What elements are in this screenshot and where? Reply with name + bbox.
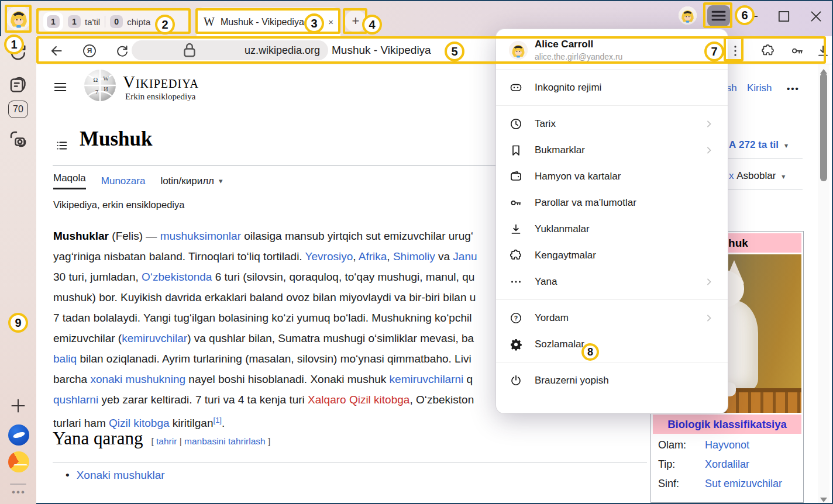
yandex-mail-button[interactable]	[8, 451, 29, 472]
wikipedia-favicon: W	[204, 15, 215, 29]
browser-menu-button[interactable]	[707, 5, 730, 26]
docs-icon	[8, 75, 29, 96]
menu-item-label: Inkognito rejimi	[535, 82, 715, 94]
notes-button[interactable]	[8, 75, 29, 96]
tab-article[interactable]: Maqola	[53, 172, 86, 189]
scrollbar-thumb[interactable]	[820, 73, 827, 181]
article-link[interactable]: kemiruvchilarni	[390, 373, 464, 385]
reload-button[interactable]	[115, 43, 130, 58]
extensions-button[interactable]	[760, 43, 776, 58]
weather-widget[interactable]: 70	[8, 101, 28, 118]
language-button[interactable]: A 272 ta til▾	[729, 139, 788, 151]
menu-item-yuklanmalar[interactable]: Yuklanmalar	[496, 216, 728, 242]
article-link[interactable]: Yevrosiyo	[305, 250, 353, 263]
article-link[interactable]: manbasini tahrirlash	[184, 436, 266, 446]
callout-3: 3	[304, 13, 324, 33]
download-icon	[815, 43, 831, 58]
menu-item-brauzerni-yopish[interactable]: Brauzerni yopish	[496, 367, 728, 393]
menu-item-sozlamalar[interactable]: Sozlamalar	[496, 331, 728, 357]
article-link[interactable]: baliq	[53, 353, 77, 365]
address-bar[interactable]: uz.wikipedia.org	[132, 40, 328, 60]
toc-icon[interactable]	[55, 139, 69, 152]
menu-item-tarix[interactable]: Tarix	[496, 111, 728, 137]
article-link[interactable]: kemiruvchilar	[122, 332, 187, 344]
passwords-button[interactable]	[790, 43, 805, 58]
tab-group-label: ta'til	[85, 17, 100, 27]
login-link[interactable]: Kirish	[747, 82, 772, 94]
section-rule	[53, 462, 647, 462]
kebab-icon	[728, 43, 743, 58]
paragraph-line: turlari ham Qizil kitobga kiritilgan[1].	[53, 410, 477, 430]
browser-window: 1 1ta'til0chipta ▾ W Mushuk - Vikipediya…	[0, 0, 833, 504]
svg-text:И: И	[104, 86, 108, 92]
yandex-search-button[interactable]: Я	[82, 43, 97, 58]
profile-avatar[interactable]	[6, 6, 31, 30]
callout-6: 6	[735, 5, 755, 25]
lock-icon	[140, 40, 239, 60]
callout-8: 8	[581, 343, 599, 361]
account-row[interactable]: Alice Carroll alice.the.girl@yandex.ru	[496, 29, 728, 69]
menu-item-label: Tarix	[535, 118, 691, 130]
paragraph-line: qushlarni yeb zarar keltiradi. 7 turi va…	[53, 389, 477, 410]
toolbar-more-button[interactable]	[728, 43, 743, 58]
scrollbar[interactable]	[818, 64, 829, 503]
close-button[interactable]	[807, 8, 825, 25]
sidebar-more-button[interactable]: •••	[12, 486, 26, 498]
article-link[interactable]: mushuksimonlar	[160, 230, 241, 242]
wikipedia-wordmark[interactable]: Vikipediya	[123, 73, 199, 92]
tab-count-badge: 0	[110, 15, 123, 28]
menu-item-hamyon-va-kartalar[interactable]: Hamyon va kartalar	[496, 163, 728, 189]
menu-item-bukmarklar[interactable]: Bukmarklar	[496, 137, 728, 163]
tab-group-selected[interactable]: 1	[43, 12, 63, 31]
scroll-down-icon[interactable]	[820, 495, 828, 500]
tab-close-icon[interactable]: ×	[328, 17, 333, 27]
tab-group[interactable]: 0chipta	[110, 15, 150, 28]
menu-item-inkognito-rejimi[interactable]: Inkognito rejimi	[496, 74, 728, 101]
maximize-button[interactable]	[775, 8, 793, 25]
downloads-button[interactable]	[815, 43, 831, 58]
infobox-value-link[interactable]: Sut emizuvchilar	[705, 478, 782, 490]
article-link[interactable]: Xalqaro Qizil kitobga	[308, 393, 409, 406]
article-link[interactable]: tahrir	[156, 436, 177, 446]
menu-item-yordam[interactable]: ?Yordam	[496, 305, 728, 331]
add-panel-button[interactable]	[8, 395, 29, 416]
callout-7: 7	[704, 42, 724, 61]
alice-avatar-icon	[6, 6, 31, 30]
article-link[interactable]: qushlarni	[53, 393, 98, 406]
titlebar-avatar[interactable]	[679, 6, 697, 25]
article-link[interactable]: xonaki mushukning	[90, 373, 185, 385]
tab-variant[interactable]: lotin/кирилл	[160, 175, 214, 187]
infobox-value-link[interactable]: Xordalilar	[705, 458, 749, 471]
wiki-menu-button[interactable]	[53, 80, 68, 95]
wikipedia-globe-icon: ΩWИ7	[83, 68, 117, 103]
yandex-start-button[interactable]	[8, 424, 29, 446]
article-link[interactable]: Janu	[453, 250, 477, 263]
infobox-value-link[interactable]: Hayvonot	[705, 439, 749, 451]
yandex-icon: Я	[82, 43, 97, 58]
menu-item-parollar-va-ma-lumotlar[interactable]: Parollar va ma’lumotlar	[496, 189, 728, 216]
screenshot-button[interactable]	[8, 129, 29, 150]
help-icon: ?	[509, 311, 523, 325]
article-link[interactable]: Shimoliy	[393, 250, 435, 263]
tab-talk[interactable]: Munozara	[101, 175, 146, 187]
top-more-button[interactable]: •••	[787, 84, 800, 94]
tab-group[interactable]: 1ta'til	[68, 15, 100, 28]
tools-button[interactable]: x Asboblar▾	[729, 170, 785, 182]
edit-links[interactable]: [ tahrir | manbasini tahrirlash ]	[151, 436, 270, 446]
callout-1: 1	[4, 34, 24, 54]
infobox-label: Olam:	[658, 439, 705, 451]
wallet-icon	[509, 170, 523, 184]
wikipedia-logo[interactable]: ΩWИ7	[83, 68, 117, 103]
chevron-down-icon[interactable]: ▾	[219, 177, 223, 185]
see-also-item[interactable]: •Xonaki mushuklar	[66, 469, 165, 482]
scroll-up-icon[interactable]	[820, 66, 828, 72]
menu-item-yana[interactable]: Yana	[496, 268, 728, 295]
article-link[interactable]: O‘zbekistonda	[142, 271, 212, 283]
back-button[interactable]	[49, 43, 64, 58]
toolbar-page-title: Mushuk - Vikipediya	[332, 44, 431, 57]
menu-item-label: Hamyon va kartalar	[535, 171, 715, 182]
svg-text:?: ?	[514, 314, 518, 321]
menu-item-kengaytmalar[interactable]: Kengaytmalar	[496, 242, 728, 268]
close-icon	[807, 8, 825, 25]
article-link[interactable]: Afrika	[359, 250, 387, 263]
